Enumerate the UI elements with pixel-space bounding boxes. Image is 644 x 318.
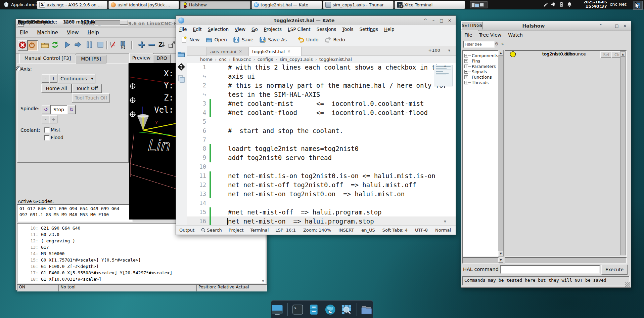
mist-checkbox[interactable] xyxy=(44,127,50,133)
tree-item[interactable]: Pins xyxy=(463,58,499,64)
hal-command-input[interactable] xyxy=(500,265,600,274)
expander-icon[interactable] xyxy=(464,54,468,57)
kate-menu-item[interactable]: Go xyxy=(251,27,258,32)
run-icon[interactable] xyxy=(63,40,72,50)
taskbar-button-kate[interactable]: K toggle2nist.hal — Kate xyxy=(251,1,322,9)
clock[interactable]: 2025-10-05 15:40:37 xyxy=(578,0,607,8)
kate-menu-item[interactable]: Help xyxy=(384,27,395,32)
shade-button[interactable]: ^ xyxy=(597,24,604,28)
flood-checkbox[interactable] xyxy=(44,135,50,141)
spindle-minus-button[interactable]: - xyxy=(42,115,50,123)
tree-item[interactable]: Functions xyxy=(463,74,499,80)
notifications-icon[interactable] xyxy=(567,2,572,7)
jog-minus-button[interactable]: - xyxy=(42,74,50,83)
expander-icon[interactable] xyxy=(464,75,468,79)
kate-menu-item[interactable]: Settings xyxy=(360,27,378,32)
program-line[interactable]: 18: G1 X[10.07031*#<scale>] xyxy=(17,276,265,282)
kate-project-icon[interactable] xyxy=(177,63,185,72)
pause-icon[interactable] xyxy=(85,40,94,50)
halshow-menu-item[interactable]: File xyxy=(464,32,472,38)
expander-icon[interactable] xyxy=(464,59,468,63)
program-line[interactable]: 17: G1 F400.0 X[5.95508*#<scale>] Y[20.5… xyxy=(17,270,265,276)
tab-width[interactable]: Soft Tabs: 4 xyxy=(382,228,408,233)
hal-tree[interactable]: Components Pins Parameters Si xyxy=(462,50,499,257)
redo-button[interactable]: Redo xyxy=(325,36,345,43)
kate-menu-item[interactable]: Projects xyxy=(264,27,282,32)
program-line[interactable]: 12: ( engraving ) xyxy=(17,238,265,244)
kate-menu-item[interactable]: Sessions xyxy=(317,27,336,32)
tab-preview[interactable]: Preview xyxy=(129,53,153,64)
dictionary[interactable]: en_US xyxy=(361,228,375,233)
tab-axis-mm-ini[interactable]: axis_mm.ini✕ xyxy=(206,47,251,56)
editor-line[interactable]: 4 #net coolant-flood <= iocontrol.0.cool… xyxy=(187,108,456,117)
output-pane-button[interactable]: Output xyxy=(179,228,194,233)
stylus-icon[interactable] xyxy=(543,2,548,7)
taskbar-button-halshow[interactable]: Halshow xyxy=(180,1,250,9)
lsp-pane-button[interactable]: LSP xyxy=(275,228,283,233)
scroll-down-icon[interactable]: ▼ xyxy=(262,279,264,283)
touch-off-button[interactable]: Touch Off xyxy=(72,84,102,93)
tree-hscrollbar[interactable] xyxy=(462,257,499,264)
editor-line[interactable]: 3 #net coolant-mist <= iocontrol.0.coola… xyxy=(187,99,456,108)
maximize-button[interactable]: □ xyxy=(613,24,620,28)
editor-line[interactable]: 5 xyxy=(187,117,456,126)
editor-line[interactable]: 10 xyxy=(187,162,456,171)
breadcrumb-item[interactable]: cnc xyxy=(213,57,227,62)
breadcrumb-item[interactable]: sim_copy1.axis xyxy=(273,57,313,62)
close-tab-icon[interactable]: ✕ xyxy=(239,49,242,54)
gear-icon[interactable]: ⚙ xyxy=(495,41,499,46)
watch-hscrollbar[interactable] xyxy=(505,257,627,264)
tree-item[interactable]: Threads xyxy=(463,80,499,85)
spindle-cw-icon[interactable]: ↻ xyxy=(67,105,76,114)
undo-button[interactable]: Undo xyxy=(297,36,319,43)
breadcrumb-item[interactable]: home xyxy=(200,57,213,62)
maximize-button[interactable]: □ xyxy=(438,18,445,23)
editor-line[interactable]: 2 # this is normaly part of the machine.… xyxy=(187,81,456,90)
home-all-button[interactable]: Home All xyxy=(41,84,72,93)
halshow-menu-item[interactable]: Watch xyxy=(508,32,523,38)
spindle-plus-button[interactable]: + xyxy=(49,115,57,123)
workspace-pager[interactable] xyxy=(470,1,488,8)
kate-titlebar[interactable]: toggle2nist.hal — Kate ^ – □ × xyxy=(176,16,456,26)
kate-menu-item[interactable]: Edit xyxy=(193,27,202,32)
expander-icon[interactable] xyxy=(464,70,468,74)
editor-line[interactable]: 7 xyxy=(187,135,456,144)
tree-item[interactable]: Parameters xyxy=(463,64,499,69)
program-line[interactable]: 14: M3 S10000 xyxy=(17,250,265,257)
tab-toggle2nist-hal[interactable]: toggle2nist.hal✕ xyxy=(248,47,302,56)
resize-grip[interactable] xyxy=(625,282,630,287)
expander-icon[interactable] xyxy=(464,65,468,68)
kate-menu-item[interactable]: File xyxy=(179,27,187,32)
insert-mode[interactable]: INSERT xyxy=(338,228,354,233)
optional-pause-icon[interactable]: M1 xyxy=(119,40,128,50)
scroll-up-icon[interactable]: ▲ xyxy=(444,64,446,68)
chevron-down-icon[interactable]: ▼ xyxy=(448,49,450,52)
editor-line[interactable]: ↪ axis ui xyxy=(187,72,456,81)
scroll-up-icon[interactable]: ▲ xyxy=(620,52,625,57)
kate-menu-item[interactable]: LSP Client xyxy=(288,27,311,32)
taskbar-button-thunar[interactable]: sim_copy1.axis - Thunar xyxy=(323,1,394,9)
kate-menu-item[interactable]: View xyxy=(235,27,245,32)
editor-line[interactable]: 14 xyxy=(187,198,456,207)
zoom-level[interactable]: Zoom: 140% xyxy=(303,228,331,233)
kate-menu-item[interactable]: Tools xyxy=(342,27,353,32)
terminal-icon[interactable]: >_ xyxy=(291,303,304,316)
cursor-position[interactable]: 16:1 xyxy=(286,228,296,233)
expand-chevron[interactable]: » xyxy=(501,41,504,46)
taskbar-button-joystick[interactable]: usinf identical JoyStick ... xyxy=(108,1,179,9)
spindle-stop-button[interactable]: Stop xyxy=(50,105,67,114)
terminal-pane-button[interactable]: Terminal xyxy=(250,228,269,233)
clear-z-icon[interactable]: Z xyxy=(157,40,167,50)
jog-mode-select[interactable]: Continuous ▼ xyxy=(58,74,95,83)
app-finder-icon[interactable] xyxy=(340,303,353,316)
tree-item[interactable]: Components xyxy=(463,53,499,58)
volume-icon[interactable] xyxy=(551,2,556,7)
stop-icon[interactable] xyxy=(96,40,105,50)
copy-pages-icon[interactable] xyxy=(177,75,185,84)
breadcrumb-item[interactable]: configs xyxy=(251,57,273,62)
spindle-ccw-icon[interactable]: ↺ xyxy=(42,105,50,114)
minimize-button[interactable]: – xyxy=(605,24,612,28)
skip-optional-icon[interactable] xyxy=(108,40,118,50)
expander-icon[interactable] xyxy=(464,81,468,84)
shade-button[interactable]: ^ xyxy=(422,18,429,23)
